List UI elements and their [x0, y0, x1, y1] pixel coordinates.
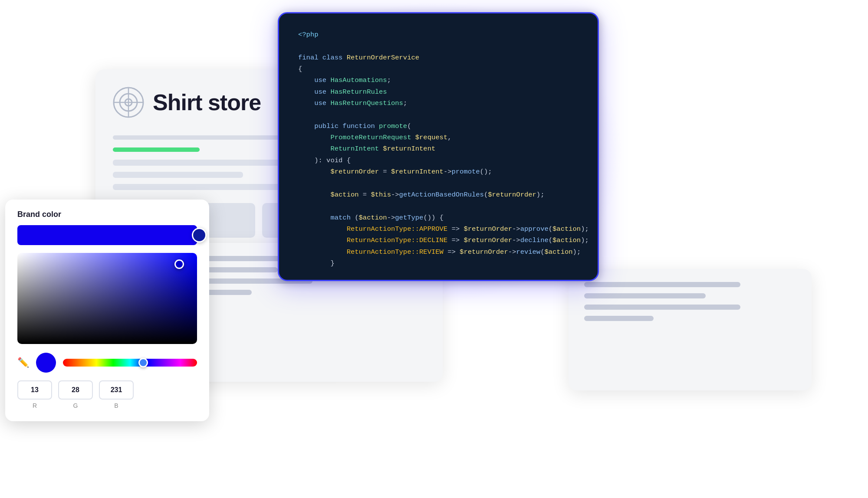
- right-bottom-card: [569, 269, 812, 390]
- store-title: Shirt store: [153, 89, 261, 115]
- r-input-group: R: [17, 380, 52, 409]
- brand-color-label: Brand color: [17, 210, 197, 219]
- g-input[interactable]: [58, 380, 93, 400]
- scene: Shirt store <?php final class ReturnOrde…: [0, 0, 868, 498]
- eyedropper-icon[interactable]: ✏️: [17, 357, 29, 368]
- store-content-2: [113, 172, 243, 178]
- color-preview-circle: [36, 353, 56, 373]
- b-input-group: B: [99, 380, 134, 409]
- rgb-inputs: R G B: [17, 380, 197, 409]
- store-nav-accent: [113, 147, 200, 152]
- r-input[interactable]: [17, 380, 52, 400]
- gradient-picker-handle[interactable]: [174, 259, 184, 269]
- code-content: <?php final class ReturnOrderService{ us…: [298, 29, 579, 281]
- r-label: R: [33, 402, 37, 409]
- hue-slider[interactable]: [63, 359, 197, 367]
- rbc-line-3: [584, 305, 740, 310]
- hue-slider-thumb[interactable]: [138, 358, 148, 367]
- b-input[interactable]: [99, 380, 134, 400]
- color-controls-row: ✏️: [17, 353, 197, 373]
- rbc-line-2: [584, 293, 706, 298]
- color-swatch-handle[interactable]: [192, 228, 207, 242]
- brand-color-swatch[interactable]: [17, 225, 197, 245]
- store-logo-icon: [113, 87, 144, 118]
- b-label: B: [114, 402, 118, 409]
- color-gradient-picker[interactable]: [17, 253, 197, 344]
- rbc-line-4: [584, 316, 654, 321]
- color-picker-card[interactable]: Brand color ✏️ R G: [5, 200, 209, 421]
- code-card: <?php final class ReturnOrderService{ us…: [278, 12, 599, 281]
- g-label: G: [73, 402, 78, 409]
- rbc-line-1: [584, 282, 740, 287]
- g-input-group: G: [58, 380, 93, 409]
